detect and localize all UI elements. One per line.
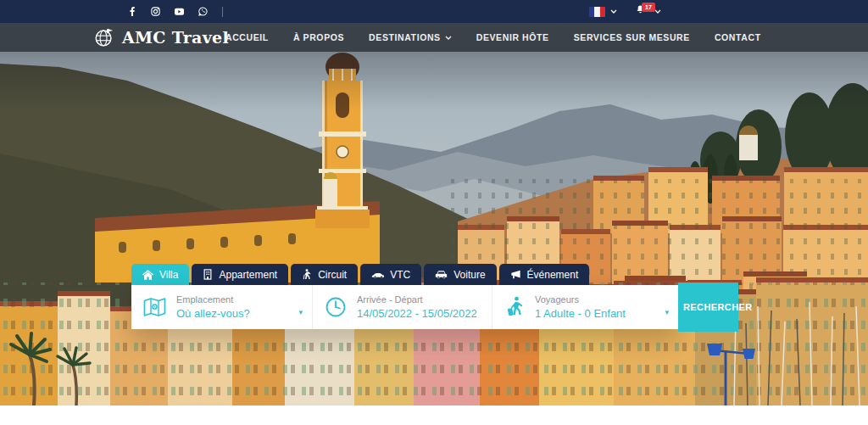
brand-logo[interactable]: AMC Travel (93, 23, 229, 52)
traveler-icon (504, 296, 525, 318)
notifications-chevron-down-icon[interactable] (654, 9, 661, 14)
youtube-icon[interactable] (175, 7, 184, 16)
dates-field[interactable]: Arrivée - Départ 14/05/2022 - 15/05/2022 (312, 285, 492, 329)
social-links (127, 0, 223, 23)
tab-evenement[interactable]: Événement (499, 264, 590, 285)
location-chevron-down-icon[interactable]: ▾ (298, 309, 303, 316)
search-form: Emplacement Où allez-vous? ▾ Arrivée - D… (131, 285, 738, 329)
hiker-icon (302, 269, 312, 280)
hero-image (0, 52, 868, 405)
hilltop-dome (739, 126, 758, 160)
location-field-text: Emplacement Où allez-vous? (176, 294, 250, 320)
building-icon (203, 269, 213, 280)
top-utility-bar: 17 (0, 0, 868, 23)
globe-plane-icon (93, 26, 115, 48)
nav-item-accueil[interactable]: ACCUEIL (225, 32, 269, 42)
nav-item-services-sur-mesure[interactable]: SERVICES SUR MESURE (574, 32, 690, 42)
search-tabs: Villa Appartement Circuit VTC Voiture Év… (131, 264, 738, 285)
instagram-icon[interactable] (151, 7, 160, 16)
nav-item-destinations[interactable]: DESTINATIONS (369, 32, 452, 42)
house-icon (142, 270, 153, 280)
travelers-field-text: Voyageurs 1 Adulte - 0 Enfant (535, 294, 626, 320)
dates-value: 14/05/2022 - 15/05/2022 (357, 307, 477, 320)
amc-travel-homepage: 17 AMC Travel ACCUEIL À PROPOS DESTINATI… (0, 0, 868, 425)
notification-badge: 17 (642, 3, 655, 12)
whatsapp-icon[interactable] (198, 7, 208, 16)
travelers-value: 1 Adulte - 0 Enfant (535, 307, 626, 320)
nav-menu: ACCUEIL À PROPOS DESTINATIONS DEVENIR HÔ… (225, 23, 761, 52)
travelers-field[interactable]: Voyageurs 1 Adulte - 0 Enfant ▾ (492, 285, 678, 329)
france-flag[interactable] (589, 7, 605, 17)
topbar-right-controls: 17 (589, 0, 668, 23)
travelers-chevron-down-icon[interactable]: ▾ (665, 309, 669, 316)
car-icon (371, 270, 384, 279)
clock-icon (325, 296, 347, 318)
tab-vtc[interactable]: VTC (360, 264, 421, 285)
location-label: Emplacement (176, 294, 250, 305)
nav-item-a-propos[interactable]: À PROPOS (293, 32, 344, 42)
tab-villa[interactable]: Villa (131, 264, 189, 285)
dates-label: Arrivée - Départ (357, 294, 477, 305)
facebook-icon[interactable] (127, 7, 136, 16)
car-icon (435, 270, 448, 279)
top-shadow (0, 52, 868, 111)
chevron-down-icon (445, 36, 452, 40)
topbar-divider (222, 7, 223, 17)
booking-search-widget: Villa Appartement Circuit VTC Voiture Év… (131, 264, 738, 329)
map-icon (143, 297, 166, 317)
tab-voiture[interactable]: Voiture (424, 264, 496, 285)
brand-name: AMC Travel (122, 28, 229, 47)
dates-field-text: Arrivée - Départ 14/05/2022 - 15/05/2022 (357, 294, 477, 320)
search-button[interactable]: RECHERCHER (678, 282, 738, 332)
notifications-button[interactable]: 17 (634, 3, 649, 20)
main-navbar: AMC Travel ACCUEIL À PROPOS DESTINATIONS… (0, 23, 868, 52)
search-fields-panel: Emplacement Où allez-vous? ▾ Arrivée - D… (131, 285, 678, 329)
nav-item-contact[interactable]: CONTACT (715, 32, 761, 42)
tab-circuit[interactable]: Circuit (291, 264, 358, 285)
tab-appartement[interactable]: Appartement (192, 264, 288, 285)
megaphone-icon (510, 270, 521, 280)
language-chevron-down-icon[interactable] (610, 9, 617, 14)
location-field[interactable]: Emplacement Où allez-vous? ▾ (131, 285, 312, 329)
nav-item-devenir-hote[interactable]: DEVENIR HÔTE (476, 32, 549, 42)
location-value: Où allez-vous? (176, 307, 250, 320)
travelers-label: Voyageurs (535, 294, 626, 305)
